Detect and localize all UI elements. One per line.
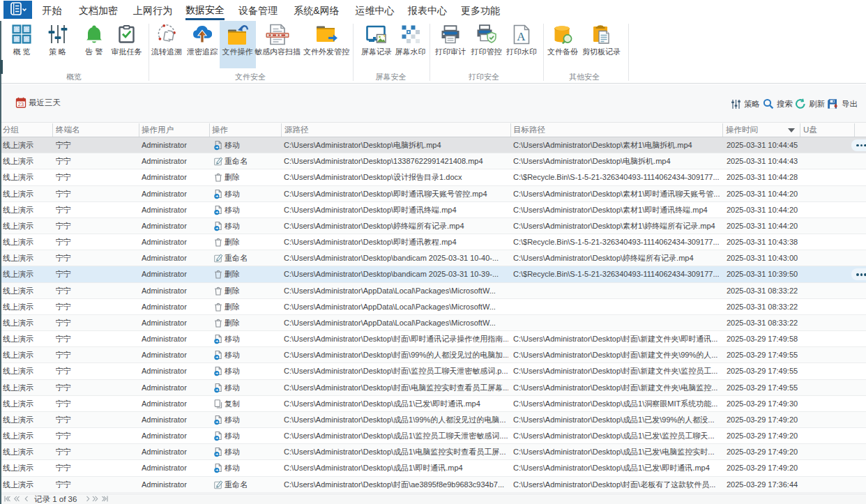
svg-text:A: A — [517, 29, 526, 43]
svg-text:23: 23 — [18, 101, 24, 107]
